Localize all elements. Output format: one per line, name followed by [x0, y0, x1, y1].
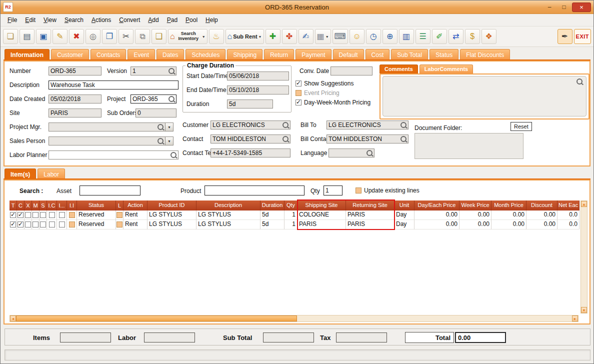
event-pricing-checkbox[interactable]	[296, 90, 302, 96]
col-header-shipping_site[interactable]: Shipping Site	[298, 200, 346, 210]
i2-checkbox[interactable]	[69, 212, 75, 218]
search-icon[interactable]	[282, 136, 288, 142]
new-document-button[interactable]: ❏	[3, 29, 18, 44]
tab-comments[interactable]: Comments	[380, 64, 418, 74]
search-icon[interactable]	[158, 138, 164, 144]
date-created-field[interactable]: 05/02/2018	[48, 94, 102, 104]
table-row[interactable]: ReservedRentLG STYLUSLG STYLUS5d1COLOGNE…	[10, 210, 580, 220]
cubes-button[interactable]: ❖	[482, 29, 496, 44]
menu-actions[interactable]: Actions	[88, 15, 115, 25]
ledger-button[interactable]: ▥	[399, 29, 414, 44]
sales-person-dropdown[interactable]: ▼	[165, 136, 174, 146]
scroll-right-icon[interactable]: ►	[572, 316, 578, 322]
l-checkbox[interactable]	[116, 222, 122, 228]
ic-checkbox[interactable]	[49, 222, 55, 228]
sub-rent-button[interactable]: ⌂Sub Rent▼	[226, 29, 264, 44]
grid-button[interactable]: ▦▼	[315, 29, 331, 44]
scroll-down-icon[interactable]: ▼	[581, 307, 587, 313]
col-header-duration[interactable]: Duration	[260, 200, 284, 210]
menu-pad[interactable]: Pad	[163, 15, 182, 25]
s-checkbox[interactable]	[40, 212, 46, 218]
customer-field[interactable]: LG ELECTRONICS	[210, 120, 290, 130]
version-field[interactable]: 1	[130, 66, 176, 76]
edit-pencil-button[interactable]: ✎	[52, 29, 68, 44]
sub-orders-field[interactable]: 0	[136, 108, 176, 118]
search-inventory-button[interactable]: ⌂Search Inventory▼	[168, 29, 208, 44]
s-checkbox[interactable]	[40, 222, 46, 228]
t-checkbox[interactable]	[10, 222, 16, 228]
menu-edit[interactable]: Edit	[21, 15, 40, 25]
print-setup-button[interactable]: ⌨	[332, 29, 348, 44]
menu-file[interactable]: File	[4, 15, 21, 25]
tab-information[interactable]: Information	[4, 49, 50, 60]
menu-help[interactable]: Help	[202, 15, 222, 25]
tab-item-s[interactable]: Item(s)	[4, 168, 36, 179]
col-header-s[interactable]: S	[40, 200, 47, 210]
labor-total-field[interactable]	[144, 332, 195, 342]
i1-checkbox[interactable]	[59, 222, 65, 228]
beer-mug-button[interactable]: ♨	[209, 29, 224, 44]
labor-planner-field[interactable]	[48, 150, 178, 160]
project-mgr-dropdown[interactable]: ▼	[165, 122, 174, 132]
paste-button[interactable]: ❑	[152, 29, 166, 44]
delete-button[interactable]: ✖	[69, 29, 84, 44]
search-icon[interactable]	[170, 152, 176, 158]
tab-contacts[interactable]: Contacts	[90, 49, 126, 60]
search-icon[interactable]	[282, 122, 288, 128]
col-header-discount[interactable]: Discount	[526, 200, 558, 210]
col-header-qty[interactable]: Qty	[284, 200, 298, 210]
sales-person-field[interactable]	[48, 136, 166, 146]
col-header-x[interactable]: X	[24, 200, 32, 210]
update-lines-checkbox[interactable]	[356, 188, 362, 194]
tab-customer[interactable]: Customer	[51, 49, 89, 60]
duration-field[interactable]: 5d	[227, 100, 273, 108]
tab-payment[interactable]: Payment	[296, 49, 331, 60]
add-button[interactable]: ✚	[266, 29, 280, 44]
m-checkbox[interactable]	[32, 222, 38, 228]
table-row[interactable]: ReservedRentLG STYLUSLG STYLUS5d1PARISPA…	[10, 220, 580, 230]
project-mgr-field[interactable]	[48, 122, 166, 132]
col-header-month[interactable]: Month Price	[492, 200, 526, 210]
menu-pool[interactable]: Pool	[182, 15, 202, 25]
vertical-scrollbar[interactable]: ▲ ▼	[580, 200, 588, 314]
app-icon[interactable]: R2	[3, 2, 13, 12]
reset-button[interactable]: Reset	[510, 122, 532, 131]
contact-tel-field[interactable]: +44-17-5349-1585	[210, 148, 290, 158]
horizontal-scrollbar[interactable]: ◄ ►	[10, 315, 578, 322]
c-checkbox[interactable]	[18, 212, 24, 218]
maximize-button[interactable]: □	[558, 3, 570, 12]
col-header-i2[interactable]: I.I	[67, 200, 77, 210]
search-icon[interactable]	[168, 68, 174, 74]
pad-button[interactable]: ✍	[298, 29, 314, 44]
search-icon[interactable]	[366, 150, 372, 156]
sub-total-field[interactable]	[263, 332, 314, 342]
tab-schedules[interactable]: Schedules	[186, 49, 226, 60]
conv-date-field[interactable]	[330, 66, 372, 76]
cut-button[interactable]: ✂	[118, 29, 134, 44]
minimize-button[interactable]: –	[543, 3, 556, 12]
tab-laborcomments[interactable]: LaborComments	[420, 64, 473, 74]
convert-arrows-button[interactable]: ⇄	[448, 29, 464, 44]
notes-button[interactable]: ✐	[432, 29, 447, 44]
tab-cost[interactable]: Cost	[366, 49, 390, 60]
binoculars-button[interactable]: ◎	[86, 29, 100, 44]
search-icon[interactable]	[158, 124, 164, 130]
ic-checkbox[interactable]	[49, 212, 55, 218]
l-checkbox[interactable]	[116, 212, 122, 218]
search-icon[interactable]	[400, 136, 406, 142]
col-header-status[interactable]: Status	[77, 200, 116, 210]
show-suggestions-checkbox[interactable]	[296, 80, 302, 86]
dwm-pricing-checkbox[interactable]	[296, 100, 302, 106]
col-header-net_each[interactable]: Net Eac	[558, 200, 580, 210]
clock-button[interactable]: ◷	[366, 29, 381, 44]
print-button[interactable]: ▤	[20, 29, 34, 44]
end-date-field[interactable]: 05/10/2018	[227, 86, 289, 94]
tab-labor[interactable]: Labor	[38, 168, 65, 179]
number-field[interactable]: ORD-365	[48, 66, 102, 76]
tab-dates[interactable]: Dates	[156, 49, 184, 60]
items-total-field[interactable]	[60, 332, 111, 342]
menu-add[interactable]: Add	[144, 15, 162, 25]
col-header-action[interactable]: Action	[124, 200, 148, 210]
h-scrollbar-track[interactable]	[297, 316, 572, 322]
qty-input[interactable]: 1	[324, 186, 342, 196]
